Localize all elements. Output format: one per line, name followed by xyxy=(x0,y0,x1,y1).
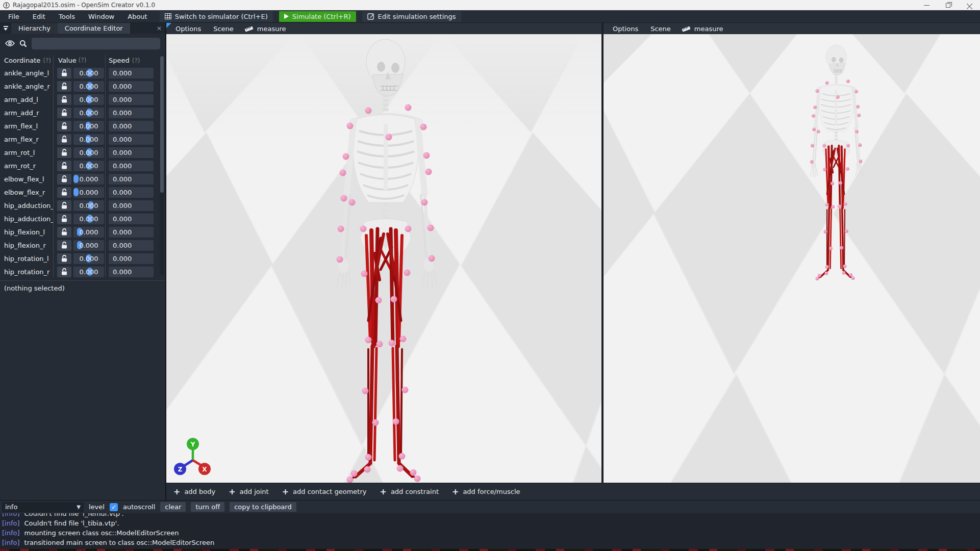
lock-toggle-button[interactable] xyxy=(57,121,71,132)
coordinate-speed-input[interactable]: 0.000 xyxy=(109,68,154,78)
tab-coordinate-editor[interactable]: Coordinate Editor xyxy=(58,23,130,34)
viewport2-scene-menu[interactable]: Scene xyxy=(645,24,676,34)
column-separator[interactable] xyxy=(105,55,106,277)
add-add-constraint-button[interactable]: + add constraint xyxy=(380,488,439,496)
lock-toggle-button[interactable] xyxy=(57,214,71,224)
lock-toggle-button[interactable] xyxy=(57,161,71,171)
column-separator[interactable] xyxy=(53,55,54,277)
axes-gizmo[interactable]: Y Z X xyxy=(173,437,212,477)
coordinate-value-slider[interactable]: 0.000 xyxy=(73,187,104,198)
viewport2-menubar: Options Scene measure xyxy=(604,23,980,34)
coordinate-speed-input[interactable]: 0.000 xyxy=(109,267,154,277)
coordinate-speed-input[interactable]: 0.000 xyxy=(109,147,154,158)
log-copy-button[interactable]: copy to clipboard xyxy=(230,502,296,512)
viewport2-3d-scene[interactable]: Y Z X xyxy=(604,34,980,483)
coordinate-value-slider[interactable]: 0.000 xyxy=(73,147,104,158)
help-marker[interactable]: (?) xyxy=(43,57,51,64)
log-turn-off-button[interactable]: turn off xyxy=(191,502,224,512)
lock-toggle-button[interactable] xyxy=(57,81,71,92)
lock-toggle-button[interactable] xyxy=(57,200,71,211)
lock-toggle-button[interactable] xyxy=(57,94,71,105)
coordinate-value-slider[interactable]: 0.000 xyxy=(73,81,104,92)
close-button[interactable] xyxy=(959,0,980,10)
coordinate-speed-input[interactable]: 0.000 xyxy=(109,134,154,145)
add-add-body-button[interactable]: + add body xyxy=(173,488,215,496)
restore-icon xyxy=(946,3,950,8)
simulate-button[interactable]: Simulate (Ctrl+R) xyxy=(279,11,356,22)
lock-toggle-button[interactable] xyxy=(57,68,71,78)
coordinate-speed-input[interactable]: 0.000 xyxy=(109,240,154,251)
coordinate-speed-input[interactable]: 0.000 xyxy=(109,187,154,198)
coordinate-value-slider[interactable]: 0.000 xyxy=(73,227,104,238)
coordinate-value-slider[interactable]: 0.000 xyxy=(73,134,104,145)
coordinate-value-slider[interactable]: 0.000 xyxy=(73,108,104,118)
lock-toggle-button[interactable] xyxy=(57,253,71,264)
add-add-contact-geometry-button[interactable]: + add contact geometry xyxy=(282,488,367,496)
menu-tools[interactable]: Tools xyxy=(53,11,81,22)
viewport1-scene-menu[interactable]: Scene xyxy=(208,24,239,34)
coordinate-speed-input[interactable]: 0.000 xyxy=(109,200,154,211)
coordinate-value-slider[interactable]: 0.000 xyxy=(73,161,104,171)
tab-hierarchy[interactable]: Hierarchy xyxy=(11,23,58,34)
skeleton-model[interactable] xyxy=(303,34,466,483)
menu-about[interactable]: About xyxy=(121,11,153,22)
viewport2-measure-button[interactable]: measure xyxy=(678,24,726,34)
coordinate-speed-input[interactable]: 0.000 xyxy=(109,108,154,118)
eye-icon[interactable] xyxy=(5,40,15,47)
coordinate-speed-input[interactable]: 0.000 xyxy=(109,121,154,132)
minimize-button[interactable] xyxy=(916,0,937,10)
lock-toggle-button[interactable] xyxy=(57,108,71,118)
viewport1-3d-scene[interactable]: Y Z X xyxy=(166,34,601,483)
viewport1-options-menu[interactable]: Options xyxy=(170,24,206,34)
coordinate-value-slider[interactable]: 0.000 xyxy=(73,200,104,211)
coordinate-speed-input[interactable]: 0.000 xyxy=(109,253,154,264)
help-marker[interactable]: (?) xyxy=(79,57,87,64)
lock-toggle-button[interactable] xyxy=(57,147,71,158)
coordinate-speed-input[interactable]: 0.000 xyxy=(109,227,154,238)
coordinate-value-slider[interactable]: 0.000 xyxy=(73,68,104,78)
column-value[interactable]: Value (?) xyxy=(53,57,105,64)
coordinate-speed-input[interactable]: 0.000 xyxy=(109,161,154,171)
log-lines[interactable]: [info] Couldn't find file 'l_femur.vtp'.… xyxy=(0,513,980,549)
axes-gizmo[interactable]: Y Z X xyxy=(611,437,649,477)
restore-button[interactable] xyxy=(937,0,959,10)
log-clear-button[interactable]: clear xyxy=(160,502,186,512)
lock-toggle-button[interactable] xyxy=(57,187,71,198)
menu-file[interactable]: File xyxy=(2,11,26,22)
panel-close-button[interactable]: ✕ xyxy=(153,23,165,34)
coordinate-speed-input[interactable]: 0.000 xyxy=(109,81,154,92)
log-level-combo[interactable]: info ▼ xyxy=(2,502,84,512)
help-marker[interactable]: (?) xyxy=(132,57,140,64)
viewport2-options-menu[interactable]: Options xyxy=(608,24,643,34)
coordinate-value-slider[interactable]: 0.000 xyxy=(73,253,104,264)
skeleton-model[interactable] xyxy=(792,42,879,280)
lock-toggle-button[interactable] xyxy=(57,227,71,238)
coordinate-value-slider[interactable]: 0.000 xyxy=(73,240,104,251)
lock-toggle-button[interactable] xyxy=(57,134,71,145)
coordinate-value-slider[interactable]: 0.000 xyxy=(73,214,104,224)
menu-window[interactable]: Window xyxy=(82,11,120,22)
column-coordinate[interactable]: Coordinate (?) xyxy=(0,57,53,64)
coordinate-value-slider[interactable]: 0.000 xyxy=(73,267,104,277)
add-add-joint-button[interactable]: + add joint xyxy=(229,488,269,496)
lock-toggle-button[interactable] xyxy=(57,267,71,277)
add-add-force-muscle-button[interactable]: + add force/muscle xyxy=(452,488,520,496)
search-input[interactable] xyxy=(32,38,160,49)
coordinate-speed-input[interactable]: 0.000 xyxy=(109,214,154,224)
table-scrollbar[interactable] xyxy=(160,55,164,275)
coordinate-speed-input[interactable]: 0.000 xyxy=(109,94,154,105)
menu-edit[interactable]: Edit xyxy=(27,11,52,22)
panel-collapse-button[interactable] xyxy=(0,23,11,34)
coordinate-name: ankle_angle_l xyxy=(0,69,53,77)
coordinate-value-slider[interactable]: 0.000 xyxy=(73,174,104,185)
switch-to-simulator-button[interactable]: Switch to simulator (Ctrl+E) xyxy=(160,11,273,22)
coordinate-value-slider[interactable]: 0.000 xyxy=(73,121,104,132)
coordinate-speed-input[interactable]: 0.000 xyxy=(109,174,154,185)
coordinate-value-slider[interactable]: 0.000 xyxy=(73,94,104,105)
lock-toggle-button[interactable] xyxy=(57,240,71,251)
autoscroll-checkbox[interactable]: ✓ xyxy=(110,503,118,511)
edit-simulation-settings-button[interactable]: Edit simulation settings xyxy=(362,11,461,22)
viewport1-measure-button[interactable]: measure xyxy=(241,24,289,34)
lock-toggle-button[interactable] xyxy=(57,174,71,185)
column-speed[interactable]: Speed (?) xyxy=(105,57,158,64)
